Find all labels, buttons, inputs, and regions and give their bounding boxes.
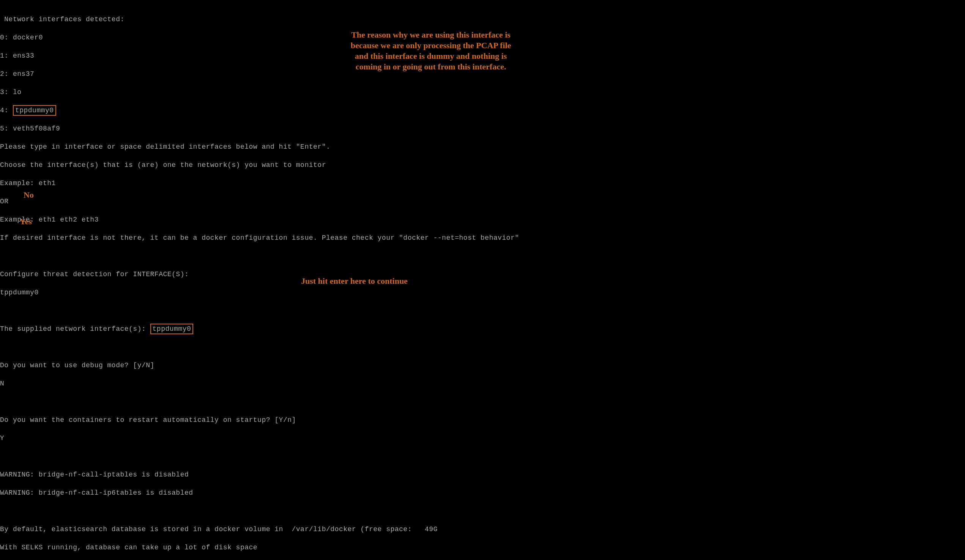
terminal-line [0, 306, 519, 315]
iface-prefix: 4: [0, 107, 13, 114]
annotation-yes: Yes [20, 216, 32, 227]
terminal-line [0, 506, 519, 516]
terminal-line: Example: eth1 eth2 eth3 [0, 215, 519, 224]
terminal-line: 4: tppdummy0 [0, 106, 519, 115]
terminal-line: 5: veth5f08af9 [0, 124, 519, 133]
terminal-line: By default, elasticsearch database is st… [0, 525, 519, 534]
annotation-no: No [23, 190, 34, 200]
annotation-hit-enter: Just hit enter here to continue [301, 276, 408, 286]
terminal-line: Choose the interface(s) that is (are) on… [0, 160, 519, 170]
highlighted-interface: tppdummy0 [150, 323, 194, 334]
terminal-line: 3: lo [0, 88, 519, 97]
terminal-input-line[interactable]: tppdummy0 [0, 288, 519, 297]
terminal-line: Configure threat detection for INTERFACE… [0, 270, 519, 279]
highlighted-interface: tppdummy0 [13, 105, 56, 116]
terminal-line [0, 452, 519, 461]
terminal-line [0, 251, 519, 261]
terminal-line: The supplied network interface(s): tppdu… [0, 324, 519, 333]
terminal-line: Do you want to use debug mode? [y/N] [0, 361, 519, 370]
terminal-output: Network interfaces detected: 0: docker0 … [0, 6, 519, 560]
terminal-line: Network interfaces detected: [0, 15, 519, 24]
terminal-line [0, 343, 519, 352]
terminal-line: If desired interface is not there, it ca… [0, 233, 519, 242]
annotation-interface-explanation: The reason why we are using this interfa… [345, 29, 516, 72]
terminal-line: WARNING: bridge-nf-call-ip6tables is dis… [0, 488, 519, 497]
terminal-line: Do you want the containers to restart au… [0, 415, 519, 424]
terminal-input-line[interactable]: Y [0, 434, 519, 443]
terminal-line: With SELKS running, database can take up… [0, 543, 519, 552]
terminal-line: Please type in interface or space delimi… [0, 142, 519, 151]
terminal-line: Example: eth1 [0, 179, 519, 188]
terminal-line: OR [0, 197, 519, 206]
terminal-line [0, 397, 519, 407]
terminal-line: WARNING: bridge-nf-call-iptables is disa… [0, 470, 519, 479]
terminal-input-line[interactable]: N [0, 379, 519, 388]
supplied-prefix: The supplied network interface(s): [0, 325, 150, 333]
